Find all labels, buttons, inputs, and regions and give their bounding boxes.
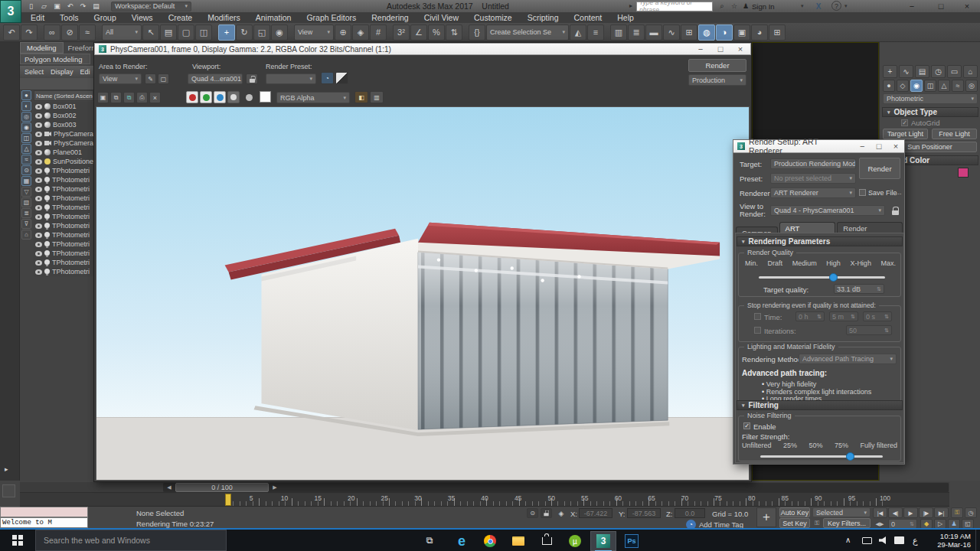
visibility-eye-icon[interactable] — [35, 260, 42, 266]
autogrid-checkbox[interactable]: ✓ — [901, 119, 908, 126]
rfw-titlebar[interactable]: 3 PhysCamera001, frame 0, Display Gamma:… — [94, 43, 751, 55]
app-minimize-button[interactable]: − — [902, 0, 922, 12]
next-frame-button[interactable]: |▶ — [919, 507, 933, 518]
utilities-tab-icon[interactable]: ⌂ — [963, 65, 978, 78]
view-to-render-dropdown[interactable]: Quad 4 - PhysCamera001 — [770, 205, 885, 216]
scene-object-row[interactable]: TPhotometri — [34, 166, 93, 175]
auto-key-button[interactable]: Auto Key — [779, 507, 810, 517]
spacewarps-category-icon[interactable]: ≈ — [952, 80, 964, 92]
macro-recorder-field[interactable] — [0, 507, 88, 517]
area-to-render-dropdown[interactable]: View — [99, 73, 142, 84]
scene-object-row[interactable]: TPhotometri — [34, 184, 93, 194]
communication-center-icon[interactable]: X — [813, 1, 824, 11]
playhead[interactable] — [225, 494, 231, 506]
viewport-layout-tab-icon[interactable] — [2, 484, 15, 497]
go-to-start-button[interactable]: |◀ — [873, 507, 887, 518]
visibility-eye-icon[interactable] — [35, 132, 42, 137]
green-channel-icon[interactable] — [200, 91, 212, 103]
scene-explorer-icon[interactable]: ▥ — [610, 24, 627, 41]
separator[interactable] — [605, 24, 609, 41]
pick-icon[interactable]: ⌂ — [21, 230, 31, 240]
key-mode-dropdown[interactable]: Selected — [812, 507, 871, 517]
expand-panel-icon[interactable]: ▸ — [5, 465, 8, 473]
visibility-eye-icon[interactable] — [35, 251, 42, 256]
strength-slider-handle[interactable] — [846, 452, 854, 461]
dialog-titlebar[interactable]: 3 Render Setup: ART Renderer − □ × — [733, 140, 904, 153]
project-folder-icon[interactable]: ▤ — [90, 2, 103, 11]
scene-object-row[interactable]: Plane001 — [34, 148, 93, 157]
channel-display-dropdown[interactable]: RGB Alpha — [276, 92, 350, 103]
rfw-mode-dropdown[interactable]: Production — [688, 74, 746, 86]
view-lock-icon[interactable] — [889, 204, 901, 217]
taskbar-3dsmax-icon[interactable]: 3 — [590, 531, 616, 551]
menu-item[interactable]: Views — [124, 13, 161, 22]
systems-category-icon[interactable]: ◎ — [965, 80, 978, 92]
scene-object-row[interactable]: TPhotometri — [34, 221, 93, 230]
sort-icon[interactable]: ▽ — [21, 187, 31, 197]
visibility-eye-icon[interactable] — [35, 269, 42, 275]
absolute-mode-icon[interactable]: ◈ — [556, 508, 567, 518]
time-spinner[interactable]: 5 m — [829, 311, 858, 321]
menu-item[interactable]: Content — [566, 13, 609, 22]
scene-object-row[interactable]: TPhotometri — [34, 175, 93, 184]
open-file-icon[interactable]: ▱ — [38, 2, 51, 11]
scene-object-row[interactable]: PhysCamera — [34, 139, 93, 148]
iterations-spinner[interactable]: 50 — [846, 325, 892, 335]
taskbar-search-input[interactable]: Search the web and Windows — [35, 530, 227, 551]
viewport-layout-icon[interactable]: ⊞ — [769, 24, 786, 41]
taskbar-edge-icon[interactable]: ​e — [449, 531, 475, 551]
scene-object-row[interactable]: TPhotometri — [34, 230, 93, 240]
light-category-dropdown[interactable]: Photometric — [883, 93, 978, 104]
display-tab-icon[interactable]: ▭ — [947, 65, 962, 78]
visibility-eye-icon[interactable] — [35, 242, 42, 247]
separator[interactable] — [213, 24, 217, 41]
display-cameras-icon[interactable]: ◫ — [21, 133, 31, 143]
isolate-selection-icon[interactable]: ⊙ — [527, 508, 538, 518]
filter-icon[interactable]: ⊽ — [21, 219, 31, 229]
separator[interactable] — [463, 24, 468, 41]
visibility-eye-icon[interactable] — [35, 168, 42, 174]
menu-item[interactable]: Rendering — [364, 13, 416, 22]
separator[interactable] — [289, 24, 293, 41]
red-channel-icon[interactable] — [186, 91, 198, 103]
selection-region-icon[interactable]: ▢ — [178, 24, 194, 41]
tray-language-indicator[interactable]: ع — [913, 536, 918, 546]
use-pivot-center-icon[interactable]: ⊕ — [335, 24, 351, 41]
visibility-eye-icon[interactable] — [35, 104, 42, 109]
ribbon-tab-freeform[interactable]: Freeform — [64, 43, 93, 53]
maxscript-listener-field[interactable]: Welcome to M — [0, 517, 88, 528]
menu-item[interactable]: Modifiers — [200, 13, 248, 22]
redo-icon[interactable]: ↷ — [21, 24, 38, 41]
visibility-eye-icon[interactable] — [35, 187, 42, 192]
display-warps-icon[interactable]: ≈ — [21, 155, 31, 165]
search-expand-icon[interactable]: ▸ — [629, 2, 632, 9]
search-icon[interactable]: ⌕ — [717, 1, 727, 11]
scene-object-row[interactable]: TPhotometri — [34, 258, 93, 267]
save-file-checkbox[interactable] — [859, 189, 866, 196]
scene-object-row[interactable]: TPhotometri — [34, 194, 93, 203]
angle-snap-icon[interactable]: ∠ — [410, 24, 427, 41]
undo-icon[interactable]: ↶ — [3, 24, 20, 41]
create-tab-icon[interactable]: + — [883, 65, 897, 78]
set-key-filter-icon[interactable]: ⚿ — [812, 518, 822, 528]
rfw-minimize-button[interactable]: − — [691, 44, 710, 54]
menu-item[interactable]: Edit — [23, 13, 52, 22]
select-and-rotate-icon[interactable]: ↻ — [236, 24, 253, 41]
auto-region-icon[interactable]: ✎ — [145, 73, 156, 84]
tray-volume-icon[interactable] — [879, 536, 888, 544]
clear-color-swatch[interactable] — [260, 91, 271, 103]
render-setup-teapot-icon[interactable]: ◔ — [321, 72, 334, 84]
time-slider-handle[interactable]: 0 / 100 — [175, 483, 269, 492]
scene-object-row[interactable]: Box003 — [34, 120, 93, 129]
display-geometry-icon[interactable]: ◐ — [21, 101, 31, 111]
blue-channel-icon[interactable] — [214, 91, 226, 103]
menu-item[interactable]: Animation — [248, 13, 299, 22]
render-production-icon[interactable]: ◕ — [751, 24, 768, 41]
render-setup-icon[interactable]: ◑ — [716, 24, 733, 41]
separator[interactable] — [96, 24, 101, 41]
filtering-rollout[interactable]: Filtering — [737, 400, 903, 410]
time-spinner[interactable]: 0 h — [795, 311, 825, 321]
menu-item[interactable]: Scripting — [520, 13, 567, 22]
time-config-icon[interactable]: ◷ — [965, 507, 977, 518]
display-bones-icon[interactable]: ⊙ — [21, 165, 31, 175]
